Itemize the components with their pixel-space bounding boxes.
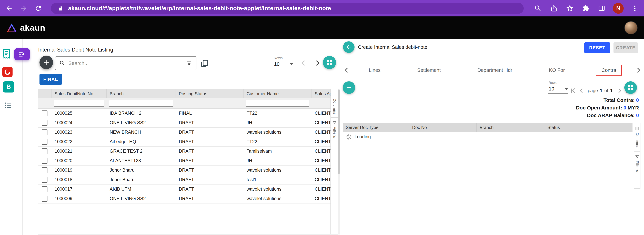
first-page-icon[interactable] xyxy=(570,87,576,94)
contra-rows-per-page-select[interactable]: Rows 10 xyxy=(548,81,568,94)
table-row[interactable]: 1000009ONE LIVING SS2DRAFTwavelet soluti… xyxy=(38,194,330,204)
table-row[interactable]: 1000019Johor BharuDRAFTwavelet solutions… xyxy=(38,166,330,175)
b-applet-icon[interactable]: B xyxy=(3,81,14,92)
tab-settlement[interactable]: Settlement xyxy=(412,65,446,76)
next-page-icon[interactable] xyxy=(313,59,322,67)
lock-icon xyxy=(56,4,66,13)
checkbox-cell xyxy=(38,110,52,116)
tab-department-hdr[interactable]: Department Hdr xyxy=(472,65,518,76)
address-bar[interactable]: akaun.cloud/#/applets/tnt/wavelet/erp/in… xyxy=(51,3,524,14)
columns-toggle[interactable]: Columns xyxy=(331,89,338,118)
column-header: Sales Agent xyxy=(312,89,331,98)
row-checkbox[interactable] xyxy=(42,196,48,202)
row-checkbox[interactable] xyxy=(42,177,48,183)
cell: 1000024 xyxy=(52,120,106,126)
tab-ko-for[interactable]: KO For xyxy=(543,65,570,76)
column-header: Status xyxy=(544,123,615,132)
cell: TT22 xyxy=(244,111,312,116)
filters-toggle[interactable]: Filters xyxy=(634,152,640,175)
cell: wavelet solutions xyxy=(244,186,312,192)
cell: IDA BRANCH 2 xyxy=(106,111,176,116)
cell: NEW BRANCH xyxy=(106,130,176,135)
sidebar-expand-toggle[interactable] xyxy=(14,48,30,60)
filter-list-icon[interactable] xyxy=(186,60,192,66)
browser-profile-badge[interactable]: N xyxy=(613,3,624,14)
table-filter-row xyxy=(38,98,330,108)
tab-contra[interactable]: Contra xyxy=(596,65,622,76)
checkbox-cell xyxy=(38,120,52,126)
row-checkbox[interactable] xyxy=(42,110,48,116)
browser-back-icon[interactable] xyxy=(4,4,14,13)
add-contra-button[interactable] xyxy=(343,81,355,94)
table-scrollbar[interactable] xyxy=(338,89,340,234)
table-row[interactable]: 1000022AiLedger HQDRAFTTT22CLIENT_VA xyxy=(38,137,330,146)
list-applet-icon[interactable] xyxy=(4,101,12,110)
summary-label: Doc Open Amount: xyxy=(576,105,622,110)
invoice-applet-icon[interactable] xyxy=(1,48,12,60)
create-button: CREATE xyxy=(614,42,638,53)
cell: DRAFT xyxy=(176,196,244,201)
cell: CLIENT_VA xyxy=(312,186,331,192)
filters-toggle[interactable]: Filters xyxy=(331,118,338,141)
status-filter-chip[interactable]: FINAL xyxy=(40,74,62,85)
browser-actions: N xyxy=(533,3,640,14)
user-avatar[interactable] xyxy=(624,21,638,34)
side-panel-icon[interactable] xyxy=(597,4,606,13)
table-header-row: Server Doc TypeDoc NoBranchStatus xyxy=(343,123,632,132)
next-page-icon[interactable] xyxy=(616,87,623,94)
share-icon[interactable] xyxy=(549,4,558,13)
table-row[interactable]: 1000023NEW BRANCHDRAFTwavelet solutionsC… xyxy=(38,128,330,137)
copy-icon[interactable] xyxy=(200,59,209,68)
akaun-logo[interactable]: akaun xyxy=(6,23,46,33)
table-row[interactable]: 1000020ALANTEST123DRAFTJHCLIENT_VA xyxy=(38,156,330,166)
bookmark-star-icon[interactable] xyxy=(565,4,574,13)
column-filter-input[interactable] xyxy=(246,100,309,107)
summary-line: Doc ARAP Balance:0 xyxy=(587,112,639,118)
column-filter-input[interactable] xyxy=(109,100,173,107)
columns-toggle[interactable]: Columns xyxy=(634,123,640,152)
prev-page-icon[interactable] xyxy=(300,59,308,67)
scrollbar-thumb[interactable] xyxy=(338,90,340,174)
back-button[interactable] xyxy=(343,41,354,53)
app-sidebar: B xyxy=(0,39,22,235)
column-header: Doc No xyxy=(409,123,476,132)
pdf-applet-icon[interactable] xyxy=(2,67,12,77)
row-checkbox[interactable] xyxy=(42,120,48,126)
contra-grid-view-button[interactable] xyxy=(624,81,637,94)
rows-per-page-select[interactable]: Rows 10 xyxy=(274,56,294,69)
tabs-scroll-left-icon[interactable] xyxy=(343,66,350,74)
extensions-icon[interactable] xyxy=(581,4,590,13)
rows-label: Rows xyxy=(274,56,294,60)
tab-lines[interactable]: Lines xyxy=(363,65,386,76)
table-row[interactable]: 1000025IDA BRANCH 2FINALTT22CLIENT_VA xyxy=(38,108,330,118)
search-icon[interactable] xyxy=(533,4,543,13)
prev-page-icon[interactable] xyxy=(578,87,585,94)
cell: Johor Bharu xyxy=(106,168,176,173)
row-checkbox[interactable] xyxy=(42,130,48,135)
browser-menu-icon[interactable] xyxy=(630,4,640,13)
row-checkbox[interactable] xyxy=(42,148,48,154)
main-content: B Internal Sales Debit Note Listing Rows… xyxy=(0,39,644,235)
table-row[interactable]: 1000024ONE LIVING SS2DRAFTJHCLIENT_VA xyxy=(38,118,330,128)
reset-button[interactable]: RESET xyxy=(584,42,610,53)
table-row[interactable]: 1000017AKIB UTMDRAFTwavelet solutionsCLI… xyxy=(38,184,330,194)
cell: 1000025 xyxy=(52,111,106,116)
grid-view-button[interactable] xyxy=(323,56,336,69)
cell: CLIENT_VA xyxy=(312,196,331,201)
add-record-button[interactable] xyxy=(40,56,53,69)
row-checkbox[interactable] xyxy=(42,158,48,164)
row-checkbox[interactable] xyxy=(42,168,48,173)
tabs-scroll-right-icon[interactable] xyxy=(634,66,642,74)
filter-cell xyxy=(106,100,176,107)
row-checkbox[interactable] xyxy=(42,139,48,145)
table-row[interactable]: 1000021GRACE TEST 2DRAFTTamilselvamCLIEN… xyxy=(38,146,330,156)
browser-reload-icon[interactable] xyxy=(34,4,43,13)
funnel-icon xyxy=(332,121,337,125)
url-text: akaun.cloud/#/applets/tnt/wavelet/erp/in… xyxy=(68,5,331,12)
browser-forward-icon[interactable] xyxy=(19,4,28,13)
search-input[interactable] xyxy=(68,60,186,66)
table-row[interactable]: 1000018Johor BharuDRAFTtest1CLIENT_VA xyxy=(38,175,330,184)
row-checkbox[interactable] xyxy=(42,186,48,192)
column-filter-input[interactable] xyxy=(54,100,104,107)
checkbox-cell xyxy=(38,130,52,135)
